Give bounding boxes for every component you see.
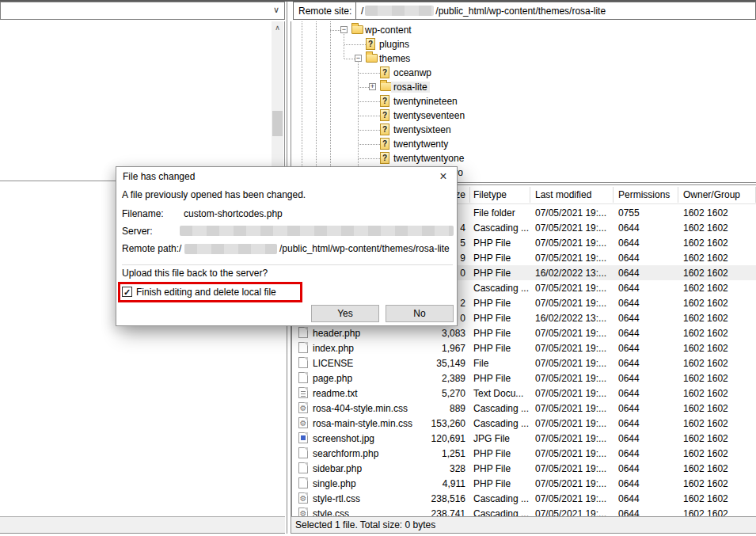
table-row[interactable]: style-rtl.css238,516Cascading ...07/05/2… [292,491,756,506]
cell-owner-group: 1602 1602 [683,268,728,279]
column-header-last-modified[interactable]: Last modified [535,189,591,200]
remote-site-path-input[interactable]: / /public_html/wp-content/themes/rosa-li… [356,2,756,20]
tree-item-oceanwp[interactable]: ?oceanwp [291,66,756,80]
cell-filesize: 153,260 [431,418,465,429]
cell-filetype: PHP File [473,478,511,489]
cell-filetype: Cascading ... [473,493,529,504]
table-row[interactable]: readme.txt5,270Text Docu...07/05/2021 19… [292,386,756,401]
cell-filesize: 1,251 [442,448,465,459]
dialog-title: File has changed [123,171,195,182]
cell-permissions: 0644 [618,238,640,249]
table-row[interactable]: single.php4,911PHP File07/05/2021 19:...… [292,476,756,491]
scroll-up-arrow-icon[interactable]: ∧ [272,21,283,34]
censored-domain-block [365,6,434,16]
status-text: Selected 1 file. Total size: 0 bytes [295,519,435,530]
filename-label: Filename: [122,208,164,219]
cell-owner-group: 1602 1602 [683,508,728,516]
tree-item-twentyseventeen[interactable]: ?twentyseventeen [291,108,756,123]
cell-filetype: PHP File [473,343,511,354]
collapse-icon[interactable]: − [355,55,362,62]
tree-item-label: twentyseventeen [391,110,467,121]
cell-filesize: 328 [450,463,465,474]
tree-item-twentytwenty[interactable]: ?twentytwenty [291,137,756,151]
folder-icon [351,25,363,34]
cell-filename: single.php [313,478,356,489]
css-file-icon [298,417,308,428]
page-file-icon [298,372,308,383]
cell-filetype: Cascading ... [473,283,529,294]
table-row[interactable]: screenshot.jpg120,691JPG File07/05/2021 … [292,431,756,446]
table-row[interactable]: header.php3,083PHP File07/05/2021 19:...… [292,325,756,340]
cell-last-modified: 16/02/2022 13:... [535,268,606,279]
text-file-icon [298,387,308,398]
column-header-owner-group[interactable]: Owner/Group [683,189,740,200]
tree-item-label: twentytwentyone [391,153,466,164]
column-header-permissions[interactable]: Permissions [618,189,670,200]
cell-permissions: 0644 [618,253,640,264]
expand-icon[interactable]: + [369,83,376,90]
chevron-down-icon[interactable]: ∨ [273,5,279,15]
cell-filesize: 5,270 [442,388,465,399]
local-tree-pane[interactable]: ∧ [0,21,285,181]
css-file-icon [298,507,308,516]
cell-permissions: 0644 [618,478,640,489]
unknown-directory-icon: ? [380,67,389,78]
cell-permissions: 0644 [618,508,640,516]
table-row[interactable]: page.php2,389PHP File07/05/2021 19:...06… [292,371,756,386]
table-row[interactable]: index.php1,967PHP File07/05/2021 19:...0… [292,340,756,355]
cell-owner-group: 1602 1602 [683,388,728,399]
tree-item-twentytwentyone[interactable]: ?twentytwentyone [291,151,756,165]
cell-filetype: Cascading ... [473,508,529,516]
table-row[interactable]: style.css238,741Cascading ...07/05/2021 … [292,506,756,516]
tree-item-wp-content[interactable]: −wp-content [291,23,756,37]
cell-last-modified: 07/05/2021 19:... [535,478,606,489]
column-divider [678,187,678,203]
cell-filesize: 889 [450,403,465,414]
cell-filetype: PHP File [473,268,511,279]
censored-path-block [184,244,277,254]
tree-item-twentysixteen[interactable]: ?twentysixteen [291,123,756,137]
cell-filesize: 4,911 [443,478,465,489]
local-status-bar [0,516,285,534]
censored-server-block [180,226,454,236]
cell-last-modified: 07/05/2021 19:... [535,388,606,399]
column-header-filetype[interactable]: Filetype [473,189,507,200]
table-row[interactable]: rosa-main-style.min.css153,260Cascading … [292,416,756,431]
remote-tree-pane[interactable]: −wp-content?plugins−themes?oceanwp+rosa-… [291,21,756,182]
cell-filetype: Cascading ... [473,222,529,234]
cell-owner-group: 1602 1602 [683,283,728,294]
cell-permissions: 0644 [618,433,640,444]
table-row[interactable]: searchform.php1,251PHP File07/05/2021 19… [292,446,756,461]
file-has-changed-dialog: File has changed × A file previously ope… [116,166,458,326]
remote-path-label: Remote path: [122,243,179,254]
vertical-scrollbar[interactable]: ∧ [272,21,283,181]
cell-last-modified: 07/05/2021 19:... [535,298,606,309]
local-site-combobox[interactable]: ∨ [0,2,285,20]
yes-button[interactable]: Yes [311,305,379,322]
cell-filename: sidebar.php [313,463,362,474]
cell-filename: rosa-404-style.min.css [313,403,408,414]
cell-owner-group: 1602 1602 [683,463,728,474]
cell-permissions: 0644 [618,268,640,279]
tree-item-rosa-lite[interactable]: +rosa-lite [291,80,756,94]
scrollbar-thumb[interactable] [272,111,283,136]
table-row[interactable]: rosa-404-style.min.css889Cascading ...07… [292,401,756,416]
tree-item-plugins[interactable]: ?plugins [291,37,756,51]
collapse-icon[interactable]: − [340,26,348,33]
unknown-directory-icon: ? [380,109,389,121]
cell-filename: readme.txt [313,388,358,399]
table-row[interactable]: sidebar.php328PHP File07/05/2021 19:...0… [292,461,756,476]
cell-permissions: 0644 [618,418,640,429]
dialog-remote-path-prefix: / [179,243,181,254]
no-button[interactable]: No [386,305,454,322]
tree-item-themes[interactable]: −themes [291,51,756,66]
folder-icon [380,82,392,91]
tree-item-label: twentytwenty [391,139,450,150]
close-icon[interactable]: × [436,169,450,184]
table-row[interactable]: LICENSE35,149File07/05/2021 19:...064416… [292,355,756,371]
cell-permissions: 0644 [618,313,640,324]
tree-item-twentynineteen[interactable]: ?twentynineteen [291,94,756,108]
cell-filesize: 120,691 [431,433,465,444]
remote-path-suffix: /public_html/wp-content/themes/rosa-lite [435,6,606,17]
page-file-icon [298,357,308,368]
